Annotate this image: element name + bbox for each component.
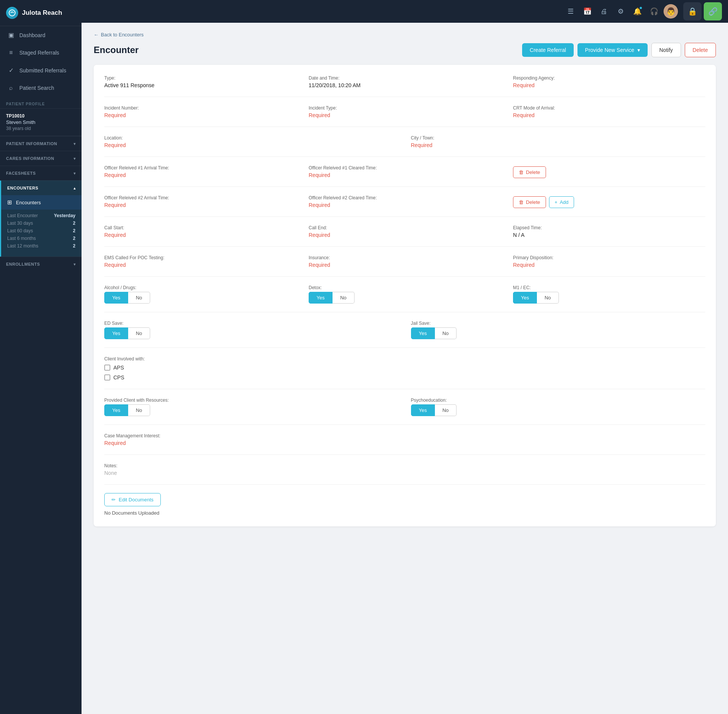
provided-resources-no-button[interactable]: No (128, 404, 150, 416)
officer1-delete-button[interactable]: 🗑 Delete (513, 166, 546, 178)
edit-documents-button[interactable]: ✏ Edit Documents (104, 493, 161, 506)
provide-new-service-button[interactable]: Provide New Service ▾ (577, 43, 648, 57)
patient-age: 38 years old (6, 126, 75, 131)
alcohol-drugs-no-button[interactable]: No (128, 292, 150, 304)
crt-mode-label: CRT Mode of Arrival: (513, 105, 705, 111)
field-group-2: Incident Number: Required Incident Type:… (104, 105, 705, 127)
call-start-label: Call Start: (104, 225, 297, 230)
field-incident-type: Incident Type: Required (309, 105, 501, 118)
psychoeducation-label: Psychoeducation: (411, 398, 706, 403)
officer2-delete-button[interactable]: 🗑 Delete (513, 196, 546, 208)
gear-icon[interactable]: ⚙ (613, 4, 628, 19)
page-area: ← Back to Encounters Encounter Create Re… (82, 23, 728, 714)
stat-value: Yesterday (54, 213, 75, 218)
cares-information-toggle[interactable]: CARES INFORMATION ▾ (0, 151, 82, 166)
psychoeducation-no-button[interactable]: No (435, 404, 457, 416)
facesheets-label: FACESHEETS (6, 171, 36, 175)
encounters-section: ENCOUNTERS ▴ ⊞ Encounters Last Encounter… (0, 180, 82, 257)
field-ems: EMS Called For POC Testing: Required (104, 255, 297, 268)
m1-ec-no-button[interactable]: No (537, 292, 559, 304)
field-call-end: Call End: Required (309, 225, 501, 238)
jail-save-no-button[interactable]: No (435, 327, 457, 339)
location-label: Location: (104, 135, 399, 141)
app-logo[interactable]: Julota Reach (0, 0, 82, 26)
page-title: Encounter (94, 45, 139, 55)
officer2-add-button[interactable]: + Add (549, 196, 574, 208)
encounters-toggle[interactable]: ENCOUNTERS ▴ (1, 181, 82, 195)
provide-new-service-label: Provide New Service (585, 47, 634, 53)
sidebar-item-patient-search[interactable]: ⌕ Patient Search (0, 79, 82, 97)
chevron-down-icon: ▾ (74, 262, 76, 266)
patient-information-label: PATIENT INFORMATION (6, 141, 57, 146)
call-end-label: Call End: (309, 225, 501, 230)
ed-save-yes-button[interactable]: Yes (104, 327, 128, 339)
field-officer2-arrival: Officer Releived #2 Arrival Time: Requir… (104, 195, 297, 208)
provided-resources-yes-button[interactable]: Yes (104, 404, 128, 416)
top-bar: ☰ 📅 🖨 ⚙ 🔔 🎧 👨 🔒 🔗 (82, 0, 728, 23)
sidebar-item-label: Submitted Referrals (19, 67, 66, 74)
header-actions: Create Referral Provide New Service ▾ No… (522, 43, 716, 57)
field-city-town: City / Town: Required (411, 135, 706, 148)
alcohol-drugs-yes-button[interactable]: Yes (104, 292, 128, 304)
field-group-11: Provided Client with Resources: Yes No P… (104, 398, 705, 425)
field-jail-save: Jail Save: Yes No (411, 321, 706, 339)
alcohol-drugs-label: Alcohol / Drugs: (104, 285, 297, 290)
client-involved-label: Client Involved with: (104, 356, 705, 362)
patient-profile-label: PATIENT PROFILE (0, 97, 82, 108)
encounter-stats: Last Encounter Yesterday Last 30 days 2 … (1, 210, 82, 254)
field-call-start: Call Start: Required (104, 225, 297, 238)
ed-save-no-button[interactable]: No (128, 327, 150, 339)
jail-save-yes-button[interactable]: Yes (411, 327, 435, 339)
menu-icon[interactable]: ☰ (563, 4, 578, 19)
stat-value: 2 (73, 228, 75, 233)
checkbox-cps[interactable]: CPS (104, 374, 705, 380)
elapsed-time-label: Elapsed Time: (513, 225, 705, 230)
field-group-8: Alcohol / Drugs: Yes No Detox: Yes No M1… (104, 285, 705, 312)
stat-last-encounter: Last Encounter Yesterday (7, 212, 75, 219)
calendar-icon[interactable]: 📅 (580, 4, 595, 19)
stat-6-months: Last 6 months 2 (7, 235, 75, 242)
field-elapsed-time: Elapsed Time: N / A (513, 225, 705, 238)
bell-icon[interactable]: 🔔 (630, 4, 645, 19)
field-case-management: Case Management Interest: Required (104, 433, 705, 446)
facesheets-toggle[interactable]: FACESHEETS ▾ (0, 166, 82, 180)
sidebar-item-submitted-referrals[interactable]: ✓ Submitted Referrals (0, 61, 82, 79)
print-icon[interactable]: 🖨 (597, 4, 611, 19)
detox-yes-button[interactable]: Yes (309, 292, 333, 304)
sidebar-item-staged-referrals[interactable]: ≡ Staged Referrals (0, 44, 82, 61)
lock-button[interactable]: 🔒 (683, 2, 701, 20)
psychoeducation-toggle: Yes No (411, 404, 706, 416)
psychoeducation-yes-button[interactable]: Yes (411, 404, 435, 416)
checkbox-aps-box[interactable] (104, 365, 110, 371)
patient-information-toggle[interactable]: PATIENT INFORMATION ▾ (0, 136, 82, 151)
edit-docs-icon: ✏ (111, 497, 116, 503)
location-value: Required (104, 142, 399, 148)
no-documents-label: No Documents Uploaded (104, 510, 705, 516)
patient-information-section: PATIENT INFORMATION ▾ (0, 136, 82, 151)
officer2-arrival-label: Officer Releived #2 Arrival Time: (104, 195, 297, 200)
sidebar-item-dashboard[interactable]: ▣ Dashboard (0, 26, 82, 44)
checkbox-aps[interactable]: APS (104, 365, 705, 371)
m1-ec-yes-button[interactable]: Yes (513, 292, 537, 304)
field-responding-agency: Responding Agency: Required (513, 75, 705, 88)
back-to-encounters[interactable]: ← Back to Encounters (94, 32, 716, 38)
headset-icon[interactable]: 🎧 (647, 4, 661, 19)
detox-no-button[interactable]: No (333, 292, 355, 304)
stat-value: 2 (73, 236, 75, 241)
stat-label: Last 6 months (7, 236, 36, 241)
avatar[interactable]: 👨 (664, 4, 678, 19)
create-referral-button[interactable]: Create Referral (522, 43, 574, 57)
enrollments-toggle[interactable]: ENROLLMENTS ▾ (0, 257, 82, 271)
stat-value: 2 (73, 221, 75, 226)
case-management-section: Case Management Interest: Required (104, 433, 705, 455)
link-button[interactable]: 🔗 (704, 2, 722, 20)
stat-label: Last 12 months (7, 243, 38, 249)
delete-button[interactable]: Delete (685, 43, 716, 57)
m1-ec-toggle: Yes No (513, 292, 705, 304)
field-group-4: Officer Releived #1 Arrival Time: Requir… (104, 165, 705, 187)
notify-button[interactable]: Notify (651, 43, 681, 57)
app-name: Julota Reach (22, 9, 62, 17)
encounters-item[interactable]: ⊞ Encounters (1, 195, 82, 210)
dropdown-arrow-icon: ▾ (637, 47, 640, 53)
checkbox-cps-box[interactable] (104, 374, 110, 380)
